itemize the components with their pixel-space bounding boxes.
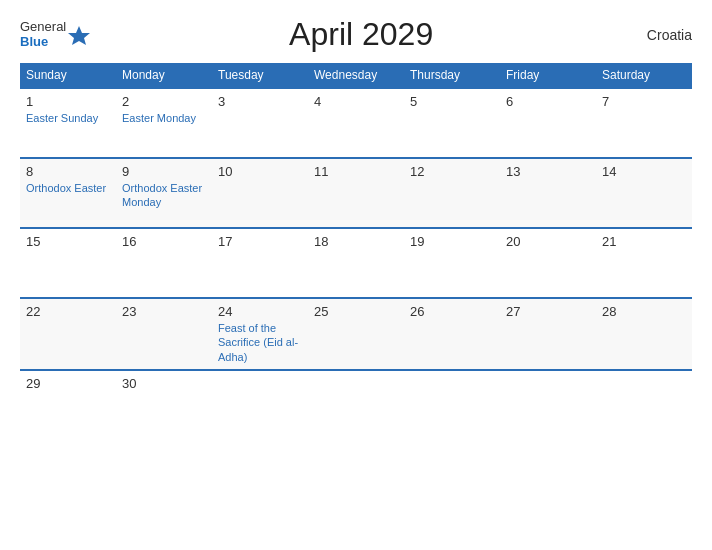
calendar-cell: 11 (308, 158, 404, 228)
day-number: 1 (26, 94, 110, 109)
calendar-cell: 29 (20, 370, 116, 440)
logo-general: General (20, 20, 66, 34)
calendar-cell (308, 370, 404, 440)
calendar-cell: 26 (404, 298, 500, 370)
day-number: 21 (602, 234, 686, 249)
day-number: 12 (410, 164, 494, 179)
logo: General Blue (20, 20, 90, 49)
svg-marker-0 (68, 26, 90, 45)
weekday-header-row: Sunday Monday Tuesday Wednesday Thursday… (20, 63, 692, 88)
day-number: 18 (314, 234, 398, 249)
col-monday: Monday (116, 63, 212, 88)
calendar-cell (500, 370, 596, 440)
day-number: 15 (26, 234, 110, 249)
col-tuesday: Tuesday (212, 63, 308, 88)
header: General Blue April 2029 Croatia (20, 16, 692, 53)
calendar-cell: 23 (116, 298, 212, 370)
day-number: 30 (122, 376, 206, 391)
calendar-cell: 27 (500, 298, 596, 370)
calendar-cell: 5 (404, 88, 500, 158)
calendar-cell: 10 (212, 158, 308, 228)
calendar-cell: 13 (500, 158, 596, 228)
day-number: 26 (410, 304, 494, 319)
calendar-cell: 18 (308, 228, 404, 298)
logo-flag-icon (68, 24, 90, 46)
day-number: 13 (506, 164, 590, 179)
day-event: Feast of the Sacrifice (Eid al-Adha) (218, 321, 302, 364)
calendar-cell: 21 (596, 228, 692, 298)
day-number: 14 (602, 164, 686, 179)
day-number: 7 (602, 94, 686, 109)
day-number: 9 (122, 164, 206, 179)
calendar-cell: 17 (212, 228, 308, 298)
calendar-cell: 4 (308, 88, 404, 158)
day-number: 19 (410, 234, 494, 249)
week-row-5: 2930 (20, 370, 692, 440)
day-number: 5 (410, 94, 494, 109)
day-number: 16 (122, 234, 206, 249)
day-number: 25 (314, 304, 398, 319)
col-thursday: Thursday (404, 63, 500, 88)
day-number: 23 (122, 304, 206, 319)
calendar-cell (596, 370, 692, 440)
calendar-cell: 7 (596, 88, 692, 158)
day-number: 22 (26, 304, 110, 319)
week-row-3: 15161718192021 (20, 228, 692, 298)
calendar-cell (212, 370, 308, 440)
day-number: 17 (218, 234, 302, 249)
country-label: Croatia (632, 27, 692, 43)
day-number: 20 (506, 234, 590, 249)
day-number: 28 (602, 304, 686, 319)
day-number: 8 (26, 164, 110, 179)
calendar-cell: 16 (116, 228, 212, 298)
page-title: April 2029 (90, 16, 632, 53)
day-event: Easter Sunday (26, 111, 110, 125)
calendar-cell: 20 (500, 228, 596, 298)
day-number: 24 (218, 304, 302, 319)
calendar-page: General Blue April 2029 Croatia Sunday M… (0, 0, 712, 550)
day-event: Orthodox Easter (26, 181, 110, 195)
day-number: 4 (314, 94, 398, 109)
day-number: 11 (314, 164, 398, 179)
calendar-cell: 19 (404, 228, 500, 298)
calendar-cell: 3 (212, 88, 308, 158)
calendar-cell (404, 370, 500, 440)
day-number: 6 (506, 94, 590, 109)
calendar-cell: 28 (596, 298, 692, 370)
col-wednesday: Wednesday (308, 63, 404, 88)
day-number: 2 (122, 94, 206, 109)
day-event: Orthodox Easter Monday (122, 181, 206, 210)
calendar-cell: 9Orthodox Easter Monday (116, 158, 212, 228)
calendar-cell: 1Easter Sunday (20, 88, 116, 158)
week-row-4: 222324Feast of the Sacrifice (Eid al-Adh… (20, 298, 692, 370)
calendar-cell: 30 (116, 370, 212, 440)
calendar-cell: 12 (404, 158, 500, 228)
day-number: 29 (26, 376, 110, 391)
calendar-table: Sunday Monday Tuesday Wednesday Thursday… (20, 63, 692, 440)
day-number: 10 (218, 164, 302, 179)
week-row-2: 8Orthodox Easter9Orthodox Easter Monday1… (20, 158, 692, 228)
calendar-cell: 22 (20, 298, 116, 370)
day-number: 27 (506, 304, 590, 319)
day-number: 3 (218, 94, 302, 109)
col-friday: Friday (500, 63, 596, 88)
calendar-cell: 6 (500, 88, 596, 158)
calendar-cell: 8Orthodox Easter (20, 158, 116, 228)
week-row-1: 1Easter Sunday2Easter Monday34567 (20, 88, 692, 158)
logo-blue: Blue (20, 35, 66, 49)
calendar-cell: 15 (20, 228, 116, 298)
calendar-body: 1Easter Sunday2Easter Monday345678Orthod… (20, 88, 692, 440)
calendar-cell: 25 (308, 298, 404, 370)
day-event: Easter Monday (122, 111, 206, 125)
col-sunday: Sunday (20, 63, 116, 88)
calendar-cell: 14 (596, 158, 692, 228)
calendar-cell: 2Easter Monday (116, 88, 212, 158)
calendar-cell: 24Feast of the Sacrifice (Eid al-Adha) (212, 298, 308, 370)
col-saturday: Saturday (596, 63, 692, 88)
calendar-header: Sunday Monday Tuesday Wednesday Thursday… (20, 63, 692, 88)
logo-text: General Blue (20, 20, 66, 49)
